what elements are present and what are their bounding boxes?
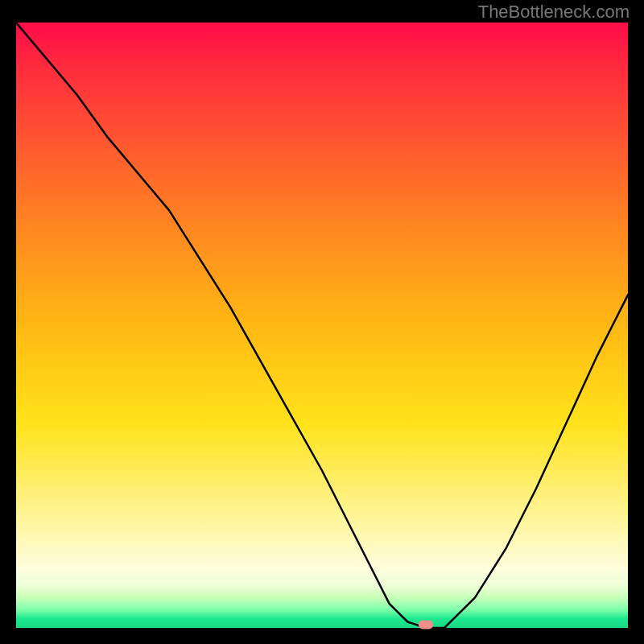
- bottleneck-curve: [16, 23, 628, 628]
- optimal-point-marker: [419, 621, 433, 630]
- chart-container: TheBottleneck.com: [0, 0, 644, 644]
- watermark-text: TheBottleneck.com: [478, 2, 630, 23]
